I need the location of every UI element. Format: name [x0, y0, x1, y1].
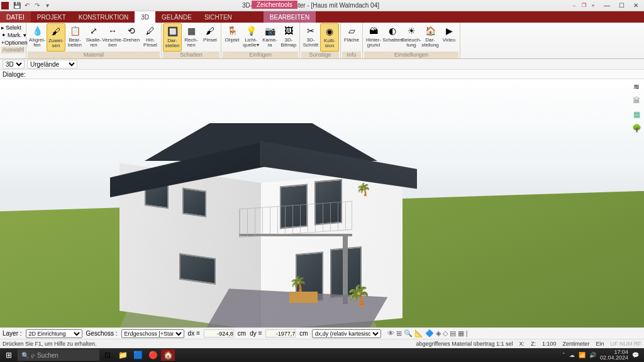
- tool-icon[interactable]: 👁: [387, 329, 394, 337]
- layers-icon[interactable]: ≋: [631, 82, 641, 92]
- 3d-viewport[interactable]: ≋ 🏛 ▦ 🌳: [0, 79, 644, 327]
- options-tool[interactable]: +Optionen: [1, 39, 25, 47]
- ribbon-button[interactable]: 🪑Objekt: [223, 23, 242, 52]
- view-selector-bar: 3D Urgelände: [0, 59, 644, 70]
- context-tab-label: Zeichentools: [252, 1, 297, 9]
- tool-icon[interactable]: 🔷: [425, 329, 434, 337]
- select-tool[interactable]: ▸ Selekt: [1, 24, 25, 31]
- view-3d-select[interactable]: 3D: [3, 60, 25, 69]
- ribbon-button[interactable]: 💡Licht-quelle▾: [242, 23, 260, 52]
- group-einstellungen: 🏔Hinter-grund◐Schatten☀Beleuch-tung🏠Dar-…: [363, 23, 460, 58]
- ribbon-button[interactable]: ⟲Drehen: [122, 23, 141, 52]
- mark-tool[interactable]: ✦ Mark. ▾: [1, 31, 25, 39]
- mdi-controls: – ❐ ×: [570, 2, 597, 9]
- texture-icon[interactable]: ▦: [631, 109, 641, 119]
- tool-icon[interactable]: 🔍: [404, 329, 413, 337]
- status-bar: Drücken Sie F1, um Hilfe zu erhalten. ab…: [0, 339, 644, 348]
- side-palette: ≋ 🏛 ▦ 🌳: [631, 82, 643, 133]
- ribbon-button[interactable]: 🖼3D-Bitmap: [279, 23, 298, 52]
- app-icon[interactable]: 🟦: [131, 349, 145, 361]
- terrain-select[interactable]: Urgelände: [27, 60, 77, 69]
- ribbon-button[interactable]: ⤢Skalie-ren: [84, 23, 103, 52]
- ribbon-button[interactable]: ◉Kolli-sion: [320, 23, 339, 52]
- tool-icon[interactable]: ⊞: [396, 329, 402, 337]
- group-info: ▱Fläche Info: [341, 23, 363, 58]
- qat-redo-icon[interactable]: ↷: [33, 1, 42, 10]
- tool-icon[interactable]: ◇: [443, 329, 448, 337]
- group-label: Auswahl: [1, 47, 25, 53]
- qat-save-icon[interactable]: 💾: [13, 1, 21, 10]
- tray-sound-icon[interactable]: 🔊: [589, 352, 596, 358]
- group-sonstige: ✂3D-Schnitt◉Kolli-sion Sonstige: [300, 23, 341, 58]
- mdi-min-icon[interactable]: –: [570, 2, 579, 9]
- tool-icon[interactable]: ▦: [458, 329, 464, 337]
- dy-input[interactable]: [265, 329, 296, 337]
- tab-sichten[interactable]: SICHTEN: [198, 11, 238, 23]
- coord-mode-select[interactable]: dx,dy (relativ kartesisch): [312, 329, 381, 338]
- tray-up-icon[interactable]: ˄: [562, 352, 565, 358]
- tab-3d[interactable]: 3D: [135, 11, 155, 23]
- layer-select[interactable]: 2D Einrichtung: [26, 329, 82, 338]
- taskbar-clock[interactable]: 17:0402.04.2024: [600, 349, 628, 361]
- qat-dropdown-icon[interactable]: ▾: [43, 1, 52, 10]
- ribbon-button[interactable]: ◐Schatten: [383, 23, 402, 52]
- ribbon-button[interactable]: ☀Beleuch-tung: [402, 23, 421, 52]
- building-icon[interactable]: 🏛: [631, 96, 641, 106]
- dx-input[interactable]: [204, 329, 234, 337]
- tab-bearbeiten[interactable]: BEARBEITEN: [264, 11, 316, 23]
- ribbon-button[interactable]: 🏔Hinter-grund: [364, 23, 383, 52]
- chrome-icon[interactable]: 🔴: [146, 349, 160, 361]
- ribbon: ▸ Selekt ✦ Mark. ▾ +Optionen Auswahl 💧Ab…: [0, 23, 644, 59]
- mdi-restore-icon[interactable]: ❐: [579, 2, 588, 9]
- quick-access-toolbar: 💾 ↶ ↷ ▾: [13, 1, 52, 10]
- ribbon-button[interactable]: ▦Rech-nen: [182, 23, 201, 52]
- geschoss-label: Geschoss :: [86, 330, 118, 337]
- app-logo: [1, 2, 9, 9]
- qat-undo-icon[interactable]: ↶: [23, 1, 31, 10]
- ribbon-button[interactable]: 🏠Dar-stellung: [421, 23, 440, 52]
- tool-icon[interactable]: |: [466, 329, 468, 337]
- start-button[interactable]: ⊞: [1, 349, 16, 361]
- ribbon-button[interactable]: ✂3D-Schnitt: [301, 23, 320, 52]
- window-title: 3D-Hausplaner Master - [Haus mit Walmdac…: [52, 2, 570, 9]
- taskview-icon[interactable]: ⊡: [101, 349, 114, 361]
- tray-cloud-icon[interactable]: ☁: [569, 352, 575, 358]
- close-icon[interactable]: ✕: [629, 1, 643, 10]
- tab-gelaende[interactable]: GELÄNDE: [155, 11, 198, 23]
- toolbar-icons: 👁 ⊞ 🔍 📐 🔷 ◈ ◇ ▤ ▦ |: [387, 329, 468, 337]
- tree-icon[interactable]: 🌳: [631, 123, 641, 133]
- window-controls: — ☐ ✕: [600, 1, 643, 10]
- notifications-icon[interactable]: 💬: [632, 352, 639, 358]
- ribbon-button[interactable]: 🖌Zuwei-sen: [47, 23, 65, 52]
- ribbon-button[interactable]: ↔Verschie-ben: [103, 23, 122, 52]
- tray-wifi-icon[interactable]: 📶: [579, 352, 586, 358]
- ribbon-button[interactable]: ▶Video: [440, 23, 458, 52]
- tab-file[interactable]: DATEI: [0, 11, 31, 23]
- ribbon-button[interactable]: 🖌Pinsel: [201, 23, 219, 52]
- ribbon-button[interactable]: 💧Abgrei-fen: [28, 23, 47, 52]
- ribbon-button[interactable]: 🖊Hin.Pinsel: [141, 23, 160, 52]
- group-einfuegen: 🪑Objekt💡Licht-quelle▾📷Kame-ra🖼3D-Bitmap …: [221, 23, 300, 58]
- ribbon-button[interactable]: 🔲Dar-stellen: [163, 23, 182, 52]
- explorer-icon[interactable]: 📁: [116, 349, 130, 361]
- group-schatten: 🔲Dar-stellen▦Rech-nen🖌Pinsel Schatten: [162, 23, 221, 58]
- ribbon-button[interactable]: ▱Fläche: [342, 23, 361, 52]
- hausplaner-icon[interactable]: 🏠: [161, 349, 175, 361]
- mdi-close-icon[interactable]: ×: [589, 2, 597, 9]
- ribbon-button[interactable]: 📷Kame-ra: [260, 23, 279, 52]
- tool-icon[interactable]: ▤: [450, 329, 456, 337]
- dialog-bar: Dialoge:: [0, 70, 644, 79]
- layer-label: Layer :: [3, 330, 22, 337]
- menu-tabs: DATEI PROJEKT KONSTRUKTION 3D GELÄNDE SI…: [0, 11, 644, 23]
- tool-icon[interactable]: 📐: [414, 329, 423, 337]
- maximize-icon[interactable]: ☐: [614, 1, 628, 10]
- system-tray: ˄ ☁ 📶 🔊 17:0402.04.2024 💬: [562, 349, 643, 361]
- tool-icon[interactable]: ◈: [436, 329, 441, 337]
- minimize-icon[interactable]: —: [600, 1, 614, 10]
- geschoss-select[interactable]: Erdgeschoss [+Stan: [121, 329, 184, 338]
- tab-konstruktion[interactable]: KONSTRUKTION: [72, 11, 135, 23]
- taskbar-search[interactable]: 🔍 𝜌 Suchen: [18, 349, 99, 361]
- tab-projekt[interactable]: PROJEKT: [31, 11, 72, 23]
- ribbon-button[interactable]: 📋Bear-beiten: [65, 23, 84, 52]
- title-bar: 💾 ↶ ↷ ▾ 3D-Hausplaner Master - [Haus mit…: [0, 0, 644, 11]
